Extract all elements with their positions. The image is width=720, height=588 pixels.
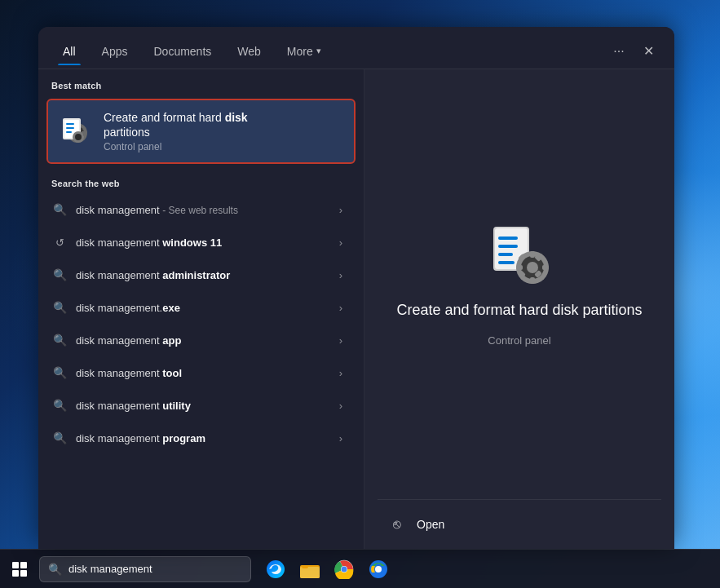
main-content: Best match [38,69,674,549]
web-result-4[interactable]: 🔍 disk management.exe › [38,291,364,324]
svg-point-39 [375,566,382,573]
web-result-text-2: disk management windows 11 [76,237,323,249]
taskbar-icons [259,553,395,586]
right-panel-title: Create and format hard disk partitions [396,300,642,321]
tab-apps[interactable]: Apps [91,38,139,64]
web-result-5[interactable]: 🔍 disk management app › [38,324,364,356]
svg-rect-17 [498,253,513,256]
svg-rect-16 [498,245,518,248]
svg-rect-25 [542,265,549,270]
arrow-icon-6: › [331,363,351,382]
taskbar-search-icon: 🔍 [48,563,62,576]
web-result-7[interactable]: 🔍 disk management utility › [38,389,364,422]
file-explorer-taskbar-icon[interactable] [294,553,326,586]
web-result-8[interactable]: 🔍 disk management program › [38,422,364,454]
web-result-text-1: disk management - See web results [76,204,323,216]
close-button[interactable]: ✕ [635,38,661,64]
svg-rect-23 [530,277,535,284]
right-panel-top: Create and format hard disk partitions C… [364,69,674,499]
web-result-text-3: disk management administrator [76,269,323,281]
web-result-text-6: disk management tool [76,367,323,379]
edge-taskbar-icon[interactable] [259,553,292,586]
best-match-label: Best match [38,69,364,95]
arrow-icon-4: › [331,298,351,317]
left-panel: Best match [38,69,364,549]
open-label: Open [417,518,444,531]
svg-point-12 [75,134,82,140]
taskbar-search-input[interactable] [68,563,242,575]
svg-rect-33 [302,565,308,568]
svg-rect-22 [530,251,535,258]
arrow-icon-2: › [331,232,351,252]
arrow-icon-5: › [331,330,351,350]
arrow-icon-7: › [331,396,351,415]
best-match-info: Create and format hard diskpartitions Co… [104,110,342,153]
right-panel-actions: ⎋ Open [364,500,674,549]
search-icon-4: 🔍 [51,299,68,316]
search-icon-7: 🔍 [51,397,68,413]
taskbar: 🔍 [0,549,720,588]
chrome-taskbar-icon[interactable] [328,553,360,586]
svg-point-30 [267,560,285,578]
search-icon-3: 🔍 [51,267,68,283]
search-icon-5: 🔍 [51,332,68,348]
more-chevron-icon: ▾ [316,46,321,56]
svg-rect-15 [498,237,518,240]
history-icon-2: ↺ [51,234,68,250]
web-result-text-8: disk management program [76,432,323,444]
arrow-icon-3: › [331,265,351,285]
search-panel: All Apps Documents Web More ▾ ··· ✕ Best… [38,27,674,549]
options-button[interactable]: ··· [606,38,632,64]
web-result-6[interactable]: 🔍 disk management tool › [38,356,364,389]
best-match-item[interactable]: Create and format hard diskpartitions Co… [46,99,356,164]
web-result-text-5: disk management app [76,334,323,347]
tab-documents[interactable]: Documents [142,38,223,64]
arrow-icon-1: › [331,200,351,219]
svg-point-37 [342,566,347,572]
tab-web[interactable]: Web [226,38,272,64]
svg-rect-8 [66,123,74,125]
taskbar-search-bar[interactable]: 🔍 [39,556,251,582]
svg-point-21 [527,262,538,273]
svg-rect-18 [498,261,515,264]
svg-rect-10 [66,131,72,133]
right-panel: Create and format hard disk partitions C… [364,69,674,549]
web-section-label: Search the web [38,167,364,193]
arrow-icon-8: › [331,428,351,448]
right-panel-icon [487,222,552,287]
tabs-header: All Apps Documents Web More ▾ ··· ✕ [38,27,674,69]
open-icon: ⎋ [387,515,407,534]
best-match-subtitle: Control panel [104,141,342,153]
custom-browser-taskbar-icon[interactable] [362,553,395,586]
web-result-text-4: disk management.exe [76,302,323,314]
web-result-text-7: disk management utility [76,400,323,412]
tab-more[interactable]: More ▾ [276,38,333,64]
svg-rect-9 [66,127,74,129]
disk-mgmt-icon [60,115,92,148]
best-match-title: Create and format hard diskpartitions [104,110,342,139]
svg-rect-32 [300,567,320,578]
search-icon-8: 🔍 [51,430,68,446]
web-result-1[interactable]: 🔍 disk management - See web results › [38,193,364,226]
right-panel-subtitle: Control panel [488,334,550,347]
start-button[interactable] [0,550,39,589]
search-icon-1: 🔍 [51,201,68,218]
windows-logo-icon [12,562,27,577]
web-result-2[interactable]: ↺ disk management windows 11 › [38,226,364,259]
open-action[interactable]: ⎋ Open [378,506,661,542]
tabs-options: ··· ✕ [606,38,661,64]
search-icon-6: 🔍 [51,365,68,381]
web-result-3[interactable]: 🔍 disk management administrator › [38,259,364,291]
tab-all[interactable]: All [51,38,87,64]
svg-rect-24 [516,265,523,270]
